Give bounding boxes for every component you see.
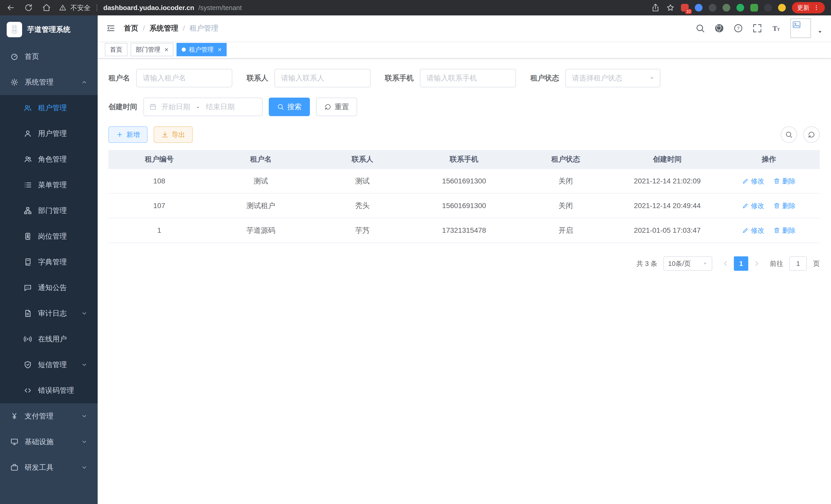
extension-icon[interactable]	[750, 4, 758, 11]
add-button[interactable]: 新增	[109, 126, 147, 143]
github-button[interactable]	[714, 23, 724, 33]
search-button[interactable]: 搜索	[269, 98, 310, 116]
rabbit-logo-icon	[8, 23, 21, 36]
sidebar-item-label: 用户管理	[38, 129, 87, 139]
tab-dept[interactable]: 部门管理 ×	[131, 43, 173, 56]
column-header: 操作	[718, 150, 820, 169]
tab-tenant[interactable]: 租户管理 ×	[176, 43, 227, 56]
cell-contact: 秃头	[312, 194, 413, 218]
status-select[interactable]: 请选择租户状态	[565, 69, 660, 87]
sidebar-item-auditlog[interactable]: 审计日志	[0, 301, 98, 326]
refresh-table-button[interactable]	[803, 126, 820, 143]
sidebar: 芋道管理系统 首页 系统管理 租户管理 用户管理 角色管理 菜单管理 部门管理	[0, 16, 98, 504]
main-area: 首页 / 系统管理 / 租户管理 ? TT 首页	[98, 16, 831, 504]
share-button[interactable]	[651, 3, 660, 12]
sidebar-item-label: 部门管理	[38, 206, 87, 215]
sidebar-item-sms[interactable]: 短信管理	[0, 352, 98, 378]
sidebar-item-menu[interactable]: 菜单管理	[0, 172, 98, 198]
avatar[interactable]	[791, 19, 811, 38]
cell-operations: 修改 删除	[718, 218, 820, 242]
delete-link[interactable]: 删除	[773, 226, 796, 235]
notice-icon	[24, 284, 32, 292]
tenant-table: 租户编号租户名联系人联系手机租户状态创建时间操作 108 测试 测试 15601…	[109, 150, 820, 243]
edit-icon	[742, 202, 749, 209]
sidebar-item-dept[interactable]: 部门管理	[0, 198, 98, 224]
sidebar-item-dict[interactable]: 字典管理	[0, 249, 98, 275]
date-range-picker[interactable]: 开始日期 - 结束日期	[143, 98, 263, 116]
chrome-update-button[interactable]: 更新	[792, 2, 825, 13]
extension-icon[interactable]	[695, 4, 703, 11]
edit-link[interactable]: 修改	[742, 226, 764, 235]
next-page-button[interactable]	[749, 256, 764, 271]
filter-contact: 联系人	[247, 69, 371, 87]
home-button[interactable]	[42, 3, 51, 12]
breadcrumb-system[interactable]: 系统管理	[149, 23, 178, 33]
bookmark-button[interactable]	[666, 3, 675, 12]
app-logo[interactable]: 芋道管理系统	[0, 16, 98, 44]
extension-icon[interactable]	[764, 4, 772, 11]
sidebar-item-post[interactable]: 岗位管理	[0, 224, 98, 249]
user-menu-caret[interactable]	[817, 29, 823, 35]
app-window: 芋道管理系统 首页 系统管理 租户管理 用户管理 角色管理 菜单管理 部门管理	[0, 16, 831, 504]
caret-down-icon	[649, 75, 655, 81]
export-button[interactable]: 导出	[154, 126, 193, 143]
delete-link[interactable]: 删除	[773, 177, 796, 186]
extension-icon[interactable]: 10	[681, 4, 689, 11]
infra-icon	[10, 438, 19, 446]
delete-link[interactable]: 删除	[773, 201, 796, 210]
question-icon: ?	[733, 23, 743, 33]
trash-icon	[773, 202, 780, 209]
phone-input[interactable]	[420, 69, 516, 87]
chevron-right-icon	[753, 260, 760, 267]
goto-page-input[interactable]	[790, 256, 807, 271]
sidebar-item-errorcode[interactable]: 错误码管理	[0, 378, 98, 403]
menu-fold-icon	[106, 23, 116, 33]
sidebar-item-notice[interactable]: 通知公告	[0, 275, 98, 301]
tab-home[interactable]: 首页	[105, 43, 127, 56]
auditlog-icon	[24, 309, 32, 318]
sidebar-item-system[interactable]: 系统管理	[0, 69, 98, 95]
app-title: 芋道管理系统	[27, 25, 70, 34]
extension-icon[interactable]	[722, 4, 730, 11]
docs-help-button[interactable]: ?	[733, 23, 743, 33]
reload-button[interactable]	[24, 3, 33, 12]
tenant-name-input[interactable]	[136, 69, 232, 87]
cell-created: 2021-12-14 21:02:09	[617, 169, 718, 193]
contact-input[interactable]	[275, 69, 371, 87]
font-size-button[interactable]: TT	[771, 23, 781, 33]
cell-phone: 15601691300	[413, 169, 515, 193]
sidebar-item-label: 研发工具	[25, 463, 75, 472]
sidebar-item-infra[interactable]: 基础设施	[0, 429, 98, 455]
prev-page-button[interactable]	[718, 256, 733, 271]
sidebar-item-online[interactable]: 在线用户	[0, 326, 98, 352]
toggle-search-button[interactable]	[781, 126, 797, 143]
edit-link[interactable]: 修改	[742, 177, 764, 186]
sidebar-item-devtools[interactable]: 研发工具	[0, 455, 98, 480]
sidebar-item-role[interactable]: 角色管理	[0, 146, 98, 172]
page-number[interactable]: 1	[734, 256, 748, 271]
sidebar-item-tenant[interactable]: 租户管理	[0, 95, 98, 121]
extension-icon[interactable]	[709, 4, 716, 11]
filter-create-time: 创建时间 开始日期 - 结束日期	[109, 98, 263, 116]
sidebar-item-user[interactable]: 用户管理	[0, 121, 98, 146]
trash-icon	[773, 227, 780, 234]
reset-button[interactable]: 重置	[316, 98, 357, 116]
edit-link[interactable]: 修改	[742, 201, 764, 210]
page-size-select[interactable]: 10条/页	[663, 256, 712, 271]
fullscreen-button[interactable]	[752, 23, 762, 33]
back-button[interactable]	[6, 3, 15, 12]
header-search-button[interactable]	[695, 23, 705, 33]
close-icon[interactable]: ×	[165, 46, 168, 53]
filter-label: 联系人	[247, 73, 268, 83]
extension-icon[interactable]	[778, 4, 786, 11]
close-icon[interactable]: ×	[218, 46, 222, 53]
caret-down-icon	[817, 29, 823, 35]
breadcrumb-home[interactable]: 首页	[124, 23, 138, 33]
sidebar-item-pay[interactable]: 支付管理	[0, 403, 98, 429]
address-bar[interactable]: 不安全 dashboard.yudao.iocoder.cn/system/te…	[59, 3, 651, 12]
sidebar-toggle[interactable]	[106, 23, 116, 33]
sidebar-item-home[interactable]: 首页	[0, 44, 98, 69]
extension-icon[interactable]	[737, 4, 744, 11]
filter-label: 创建时间	[109, 102, 137, 112]
svg-text:T: T	[773, 25, 777, 32]
